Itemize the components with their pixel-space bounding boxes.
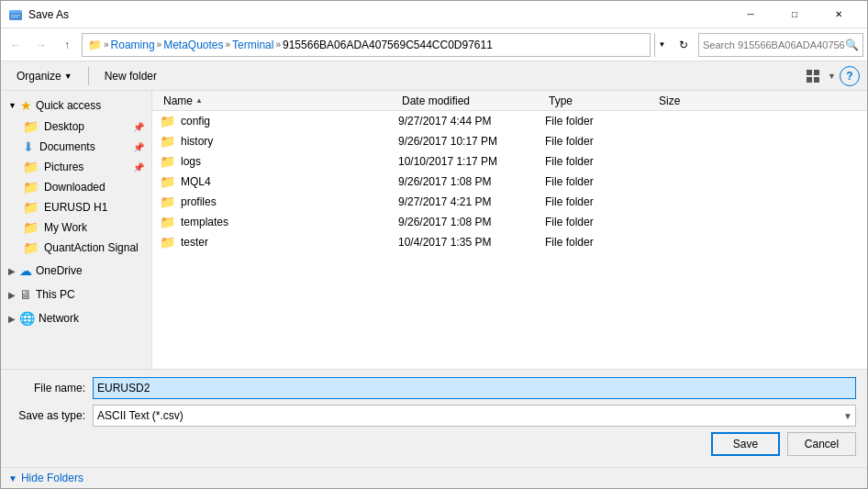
savetype-label: Save as type:	[12, 409, 85, 422]
table-row[interactable]: 📁 history 9/26/2017 10:17 PM File folder	[152, 131, 867, 151]
dialog-icon	[8, 7, 23, 22]
table-row[interactable]: 📁 profiles 9/27/2017 4:21 PM File folder	[152, 192, 867, 212]
cancel-label: Cancel	[805, 438, 839, 450]
file-name-cell: 📁 config	[160, 114, 398, 128]
hide-folders-arrow-icon: ▼	[8, 473, 17, 483]
folder-icon: 📁	[160, 235, 175, 250]
cancel-button[interactable]: Cancel	[787, 432, 856, 456]
action-row: Save Cancel	[12, 432, 856, 456]
view-button[interactable]	[802, 65, 824, 87]
sidebar-item-my-work[interactable]: 📁 My Work	[1, 217, 151, 238]
file-date-cell: 9/26/2017 1:08 PM	[398, 175, 545, 188]
savetype-select[interactable]: ASCII Text (*.csv)	[93, 405, 856, 427]
table-row[interactable]: 📁 logs 10/10/2017 1:17 PM File folder	[152, 151, 867, 172]
toolbar-right: ▼ ?	[802, 65, 860, 87]
table-row[interactable]: 📁 tester 10/4/2017 1:35 PM File folder	[152, 232, 867, 252]
network-collapse-icon: ▶	[8, 314, 16, 324]
thispc-header[interactable]: ▶ 🖥 This PC	[1, 283, 151, 306]
new-folder-button[interactable]: New folder	[96, 65, 165, 87]
column-header-size[interactable]: Size	[655, 93, 729, 109]
title-bar: Save As ─ □ ✕	[1, 1, 867, 28]
column-header-type[interactable]: Type	[545, 93, 655, 109]
sidebar-item-my-work-label: My Work	[44, 221, 87, 234]
view-dropdown-arrow-icon: ▼	[828, 72, 836, 81]
svg-rect-1	[9, 10, 22, 13]
title-bar-text: Save As	[28, 8, 729, 21]
column-header-date[interactable]: Date modified	[398, 93, 545, 109]
file-type-cell: File folder	[545, 135, 655, 148]
back-button[interactable]: ←	[5, 34, 27, 56]
organize-label: Organize	[17, 70, 61, 83]
file-name-cell: 📁 profiles	[160, 194, 398, 209]
save-button[interactable]: Save	[711, 432, 780, 456]
breadcrumb-metaquotes[interactable]: MetaQuotes	[163, 39, 223, 51]
organize-button[interactable]: Organize ▼	[8, 65, 81, 87]
onedrive-section: ▶ ☁ OneDrive	[1, 260, 151, 282]
file-name-cell: 📁 logs	[160, 154, 398, 169]
refresh-button[interactable]: ↻	[673, 33, 695, 57]
search-icon[interactable]: 🔍	[845, 39, 859, 51]
svg-rect-2	[11, 15, 20, 16]
svg-rect-3	[11, 17, 18, 17]
file-date-cell: 9/26/2017 10:17 PM	[398, 135, 545, 148]
breadcrumb-current: 915566BA06ADA407569C544CC0D97611	[283, 39, 493, 51]
file-name-text: templates	[181, 216, 228, 228]
desktop-folder-icon: 📁	[23, 119, 39, 134]
close-button[interactable]: ✕	[818, 1, 860, 28]
documents-folder-icon: ⬇	[23, 139, 34, 154]
eurusd-folder-icon: 📁	[23, 200, 39, 215]
quick-access-star-icon: ★	[20, 98, 32, 113]
svg-rect-5	[814, 70, 819, 75]
breadcrumb-roaming[interactable]: Roaming	[111, 39, 155, 51]
file-name-cell: 📁 history	[160, 134, 398, 149]
help-button[interactable]: ?	[840, 66, 860, 86]
sidebar: ▼ ★ Quick access 📁 Desktop 📌 ⬇ Documents…	[1, 91, 152, 369]
title-bar-buttons: ─ □ ✕	[729, 1, 860, 28]
minimize-button[interactable]: ─	[729, 1, 772, 28]
quick-access-section: ▼ ★ Quick access 📁 Desktop 📌 ⬇ Documents…	[1, 94, 151, 258]
sidebar-item-quantaction-label: QuantAction Signal	[44, 241, 139, 254]
file-name-cell: 📁 MQL4	[160, 174, 398, 189]
view-icon	[807, 70, 819, 83]
sidebar-item-documents[interactable]: ⬇ Documents 📌	[1, 137, 151, 157]
maximize-button[interactable]: □	[773, 1, 816, 28]
search-input[interactable]	[703, 39, 845, 50]
folder-icon: 📁	[160, 215, 175, 229]
folder-icon: 📁	[160, 114, 175, 128]
sidebar-item-eurusd[interactable]: 📁 EURUSD H1	[1, 197, 151, 217]
folder-icon: 📁	[160, 194, 175, 209]
file-name-cell: 📁 tester	[160, 235, 398, 250]
column-header-name[interactable]: Name ▲	[160, 93, 398, 109]
quantaction-folder-icon: 📁	[23, 240, 39, 255]
sidebar-item-quantaction[interactable]: 📁 QuantAction Signal	[1, 238, 151, 258]
onedrive-header[interactable]: ▶ ☁ OneDrive	[1, 260, 151, 282]
downloaded-folder-icon: 📁	[23, 180, 39, 194]
hide-folders-toggle[interactable]: ▼ Hide Folders	[1, 467, 867, 488]
table-row[interactable]: 📁 templates 9/26/2017 1:08 PM File folde…	[152, 212, 867, 232]
forward-button[interactable]: →	[30, 34, 52, 56]
file-name-text: profiles	[181, 195, 217, 208]
file-area: Name ▲ Date modified Type Size 📁 config	[152, 91, 867, 369]
file-name-text: tester	[181, 236, 208, 249]
quick-access-header[interactable]: ▼ ★ Quick access	[1, 94, 151, 117]
pin-icon-desktop: 📌	[133, 122, 144, 132]
file-type-cell: File folder	[545, 155, 655, 168]
file-list-body: 📁 config 9/27/2017 4:44 PM File folder 📁…	[152, 111, 867, 369]
sidebar-item-downloaded[interactable]: 📁 Downloaded	[1, 177, 151, 197]
pictures-folder-icon: 📁	[23, 160, 39, 174]
sidebar-item-desktop[interactable]: 📁 Desktop 📌	[1, 117, 151, 137]
table-row[interactable]: 📁 config 9/27/2017 4:44 PM File folder	[152, 111, 867, 131]
search-box: 🔍	[698, 33, 863, 57]
hide-folders-label: Hide Folders	[21, 472, 83, 484]
up-button[interactable]: ↑	[56, 34, 78, 56]
file-date-cell: 10/10/2017 1:17 PM	[398, 155, 545, 168]
file-date-cell: 9/27/2017 4:21 PM	[398, 195, 545, 208]
breadcrumb-terminal[interactable]: Terminal	[232, 39, 273, 51]
sidebar-item-pictures[interactable]: 📁 Pictures 📌	[1, 157, 151, 177]
table-row[interactable]: 📁 MQL4 9/26/2017 1:08 PM File folder	[152, 172, 867, 192]
network-header[interactable]: ▶ 🌐 Network	[1, 307, 151, 329]
breadcrumb-dropdown-button[interactable]: ▼	[654, 33, 669, 57]
filename-input[interactable]	[93, 377, 856, 399]
file-type-cell: File folder	[545, 216, 655, 228]
file-name-text: logs	[181, 155, 201, 168]
